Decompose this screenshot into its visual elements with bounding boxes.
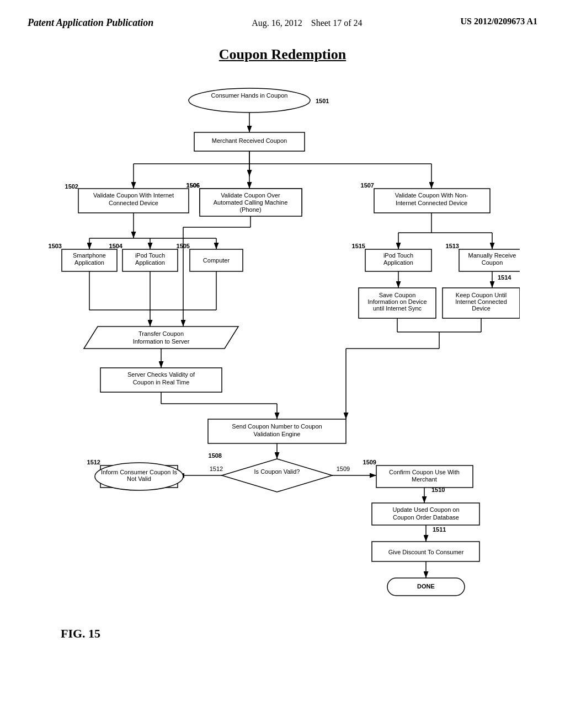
- svg-text:Not Valid: Not Valid: [127, 475, 151, 482]
- svg-text:1501: 1501: [316, 98, 329, 104]
- svg-text:Transfer Coupon: Transfer Coupon: [138, 330, 184, 337]
- svg-text:Send Coupon Number to Coupon: Send Coupon Number to Coupon: [232, 423, 322, 430]
- svg-text:Update Used Coupon on: Update Used Coupon on: [392, 506, 459, 513]
- fig-label: FIG. 15: [61, 627, 100, 641]
- svg-text:(Phone): (Phone): [239, 206, 261, 213]
- svg-text:1507: 1507: [361, 182, 374, 189]
- svg-text:Server Checks Validity of: Server Checks Validity of: [127, 371, 195, 378]
- svg-text:Save Coupon: Save Coupon: [379, 292, 416, 298]
- patent-number: US 2012/0209673 A1: [460, 17, 537, 26]
- svg-text:Coupon in Real Time: Coupon in Real Time: [133, 379, 190, 386]
- svg-text:iPod Touch: iPod Touch: [135, 252, 165, 259]
- svg-text:Application: Application: [74, 259, 104, 266]
- svg-text:Is Coupon Valid?: Is Coupon Valid?: [254, 468, 300, 475]
- svg-text:Validation Engine: Validation Engine: [254, 431, 301, 437]
- svg-text:Keep Coupon Until: Keep Coupon Until: [456, 292, 507, 298]
- svg-text:1502: 1502: [65, 183, 78, 190]
- svg-text:Information to Server: Information to Server: [133, 338, 190, 345]
- svg-text:Confirm Coupon Use With: Confirm Coupon Use With: [389, 469, 460, 475]
- svg-text:Inform Consumer Coupon Is: Inform Consumer Coupon Is: [101, 469, 178, 475]
- svg-text:Information on Device: Information on Device: [368, 298, 427, 305]
- svg-text:Internet Connected Device: Internet Connected Device: [396, 200, 467, 206]
- svg-text:Computer: Computer: [203, 257, 230, 264]
- svg-text:Device: Device: [472, 305, 491, 312]
- svg-text:until Internet Sync: until Internet Sync: [373, 305, 422, 312]
- svg-text:Connected Device: Connected Device: [109, 200, 158, 206]
- publication-label: Patent Application Publication: [28, 17, 153, 29]
- svg-text:Merchant Received Coupon: Merchant Received Coupon: [212, 137, 287, 144]
- svg-text:Smartphone: Smartphone: [73, 252, 106, 259]
- svg-text:1503: 1503: [49, 243, 62, 249]
- svg-text:1504: 1504: [109, 243, 123, 249]
- svg-text:Coupon Order Database: Coupon Order Database: [393, 514, 459, 521]
- svg-text:Manually Receive: Manually Receive: [468, 252, 516, 259]
- svg-text:1509: 1509: [337, 465, 350, 472]
- svg-text:1509: 1509: [363, 459, 376, 465]
- svg-text:1515: 1515: [352, 243, 365, 249]
- svg-marker-69: [222, 459, 332, 492]
- page: Patent Application Publication Aug. 16, …: [0, 0, 565, 728]
- svg-text:Application: Application: [383, 259, 413, 266]
- flowchart-svg: Consumer Hands in Coupon 1501 Merchant R…: [45, 73, 520, 652]
- svg-text:1511: 1511: [433, 526, 446, 533]
- svg-text:Automated Calling Machine: Automated Calling Machine: [214, 199, 288, 206]
- svg-marker-55: [84, 326, 238, 349]
- sheet: Sheet 17 of 24: [311, 18, 363, 28]
- svg-text:Validate Coupon With Internet: Validate Coupon With Internet: [93, 192, 174, 199]
- diagram-title: Coupon Redemption: [28, 46, 537, 63]
- svg-text:1512: 1512: [87, 459, 100, 465]
- svg-text:1512: 1512: [210, 465, 223, 472]
- svg-text:1510: 1510: [431, 486, 445, 493]
- svg-text:Coupon: Coupon: [482, 259, 503, 266]
- svg-text:Merchant: Merchant: [412, 476, 437, 483]
- date: Aug. 16, 2012: [252, 18, 302, 28]
- svg-text:1506: 1506: [186, 182, 200, 189]
- svg-text:DONE: DONE: [417, 583, 435, 590]
- diagram-area: Coupon Redemption Consumer Hands in Coup…: [28, 46, 537, 652]
- svg-text:Validate Coupon Over: Validate Coupon Over: [221, 192, 280, 199]
- svg-text:Consumer Hands in Coupon: Consumer Hands in Coupon: [211, 92, 288, 99]
- svg-text:iPod Touch: iPod Touch: [383, 252, 413, 259]
- svg-text:1508: 1508: [209, 452, 222, 459]
- svg-text:1513: 1513: [446, 243, 459, 249]
- date-sheet: Aug. 16, 2012 Sheet 17 of 24: [252, 17, 362, 30]
- svg-text:Validate Coupon With Non-: Validate Coupon With Non-: [395, 192, 468, 199]
- svg-text:Give Discount To Consumer: Give Discount To Consumer: [388, 549, 464, 555]
- svg-text:1514: 1514: [498, 274, 511, 281]
- page-header: Patent Application Publication Aug. 16, …: [28, 17, 537, 30]
- svg-text:Internet Connected: Internet Connected: [455, 298, 507, 305]
- svg-text:Application: Application: [135, 259, 165, 266]
